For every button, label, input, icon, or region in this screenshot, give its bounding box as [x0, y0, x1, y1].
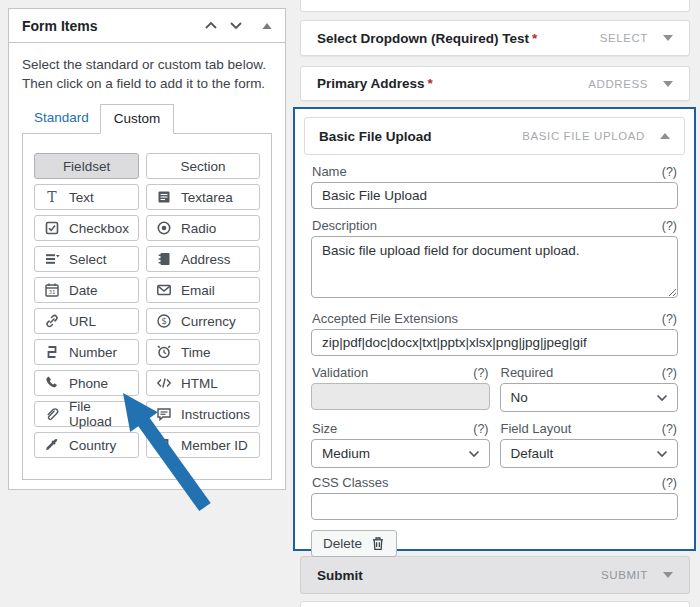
tab-standard[interactable]: Standard: [23, 104, 100, 133]
field-button-label: Text: [69, 190, 94, 205]
css-classes-input[interactable]: [311, 493, 678, 520]
field-button-label: Date: [69, 283, 98, 298]
size-col: Size (?) Medium: [311, 412, 490, 468]
extensions-input[interactable]: [311, 329, 678, 356]
field-button-label: Email: [181, 283, 215, 298]
text-icon: T: [44, 189, 60, 205]
move-up-icon[interactable]: [204, 20, 218, 31]
form-row-select-dropdown[interactable]: Select Dropdown (Required) Test* SELECT: [300, 20, 690, 56]
description-label: Description: [312, 218, 377, 233]
field-button-label: Number: [69, 345, 117, 360]
delete-button[interactable]: Delete: [311, 530, 397, 557]
field-button-url[interactable]: URL: [34, 308, 139, 334]
size-help-icon[interactable]: (?): [473, 422, 488, 436]
field-button-email[interactable]: Email: [146, 277, 260, 303]
description-help-icon[interactable]: (?): [662, 219, 677, 233]
field-button-date[interactable]: 31 Date: [34, 277, 139, 303]
field-button-currency[interactable]: $ Currency: [146, 308, 260, 334]
field-button-label: Address: [181, 252, 231, 267]
select-icon: [44, 251, 60, 267]
size-select[interactable]: Medium: [311, 439, 490, 468]
row-title: Select Dropdown (Required) Test*: [317, 31, 537, 46]
tab-custom[interactable]: Custom: [100, 104, 175, 134]
field-button-number[interactable]: Number: [34, 339, 139, 365]
required-help-icon[interactable]: (?): [662, 366, 677, 380]
field-layout-label: Field Layout: [501, 421, 572, 436]
row-right: SELECT: [600, 32, 673, 44]
size-label: Size: [312, 421, 337, 436]
svg-text:$: $: [161, 317, 167, 327]
collapse-triangle-icon[interactable]: [262, 22, 272, 30]
form-row-primary-address[interactable]: Primary Address* ADDRESS: [300, 66, 690, 101]
row-title-text: Select Dropdown (Required) Test: [317, 31, 529, 46]
extensions-help-icon[interactable]: (?): [662, 312, 677, 326]
phone-icon: [44, 375, 60, 391]
field-layout-select[interactable]: Default: [500, 439, 679, 468]
field-button-time[interactable]: Time: [146, 339, 260, 365]
editor-header[interactable]: Basic File Upload BASIC FILE UPLOAD: [304, 117, 685, 155]
validation-col: Validation (?): [311, 356, 490, 412]
field-button-label: Fieldset: [63, 159, 110, 174]
submit-type-label: SUBMIT: [601, 569, 648, 581]
textarea-icon: [156, 189, 172, 205]
field-button-address[interactable]: Address: [146, 246, 260, 272]
required-asterisk: *: [532, 31, 537, 46]
chevron-up-icon[interactable]: [660, 133, 670, 139]
validation-input: [311, 383, 490, 410]
submit-title: Submit: [317, 568, 363, 583]
row-type-label: ADDRESS: [588, 78, 648, 90]
editor-type-label: BASIC FILE UPLOAD: [522, 130, 645, 142]
field-button-label: Radio: [181, 221, 216, 236]
row-right: ADDRESS: [588, 78, 673, 90]
field-layout-select-value: Default: [511, 446, 554, 461]
select-chevron-icon: [656, 450, 668, 458]
row-type-label: SELECT: [600, 32, 648, 44]
svg-text:31: 31: [49, 289, 56, 295]
paperclip-icon: [44, 406, 60, 422]
chevron-down-icon[interactable]: [663, 81, 673, 87]
field-button-radio[interactable]: Radio: [146, 215, 260, 241]
field-button-label: Section: [181, 159, 226, 174]
submit-right: SUBMIT: [601, 569, 673, 581]
css-classes-help-icon[interactable]: (?): [662, 476, 677, 490]
required-asterisk: *: [428, 76, 433, 91]
field-button-label: Textarea: [181, 190, 233, 205]
field-button-label: Select: [69, 252, 107, 267]
field-layout-col: Field Layout (?) Default: [500, 412, 679, 468]
dollar-circle-icon: $: [156, 313, 172, 329]
editor-body: Name (?) Description (?) Basic file uplo…: [304, 164, 685, 557]
link-icon: [44, 313, 60, 329]
previous-field-row-partial[interactable]: [300, 0, 690, 12]
select-chevron-icon: [656, 394, 668, 402]
validation-help-icon[interactable]: (?): [473, 366, 488, 380]
form-items-header: Form Items: [9, 9, 285, 43]
size-select-value: Medium: [322, 446, 370, 461]
name-help-icon[interactable]: (?): [662, 165, 677, 179]
field-tabs: Standard Custom: [23, 104, 272, 133]
calendar-icon: 31: [44, 282, 60, 298]
move-down-icon[interactable]: [229, 20, 243, 31]
chevron-down-icon[interactable]: [663, 35, 673, 41]
delete-button-label: Delete: [323, 536, 362, 551]
editor-title: Basic File Upload: [319, 129, 432, 144]
field-button-text[interactable]: T Text: [34, 184, 139, 210]
trash-icon: [371, 536, 385, 551]
field-button-fieldset[interactable]: Fieldset: [34, 153, 139, 179]
description-textarea[interactable]: Basic file upload field for document upl…: [311, 236, 678, 298]
next-field-row-partial[interactable]: [300, 601, 690, 607]
editor-header-right: BASIC FILE UPLOAD: [522, 130, 670, 142]
field-layout-help-icon[interactable]: (?): [662, 422, 677, 436]
form-row-submit[interactable]: Submit SUBMIT: [300, 556, 690, 594]
field-button-section[interactable]: Section: [146, 153, 260, 179]
required-select[interactable]: No: [500, 383, 679, 412]
number-icon: [44, 344, 60, 360]
name-input[interactable]: [311, 182, 678, 209]
field-button-checkbox[interactable]: Checkbox: [34, 215, 139, 241]
panel-description: Select the standard or custom tab below.…: [22, 56, 272, 93]
eyedropper-icon: [44, 437, 60, 453]
field-button-label: Time: [181, 345, 211, 360]
field-button-textarea[interactable]: Textarea: [146, 184, 260, 210]
chevron-down-icon[interactable]: [663, 572, 673, 578]
field-button-select[interactable]: Select: [34, 246, 139, 272]
field-button-label: Currency: [181, 314, 236, 329]
